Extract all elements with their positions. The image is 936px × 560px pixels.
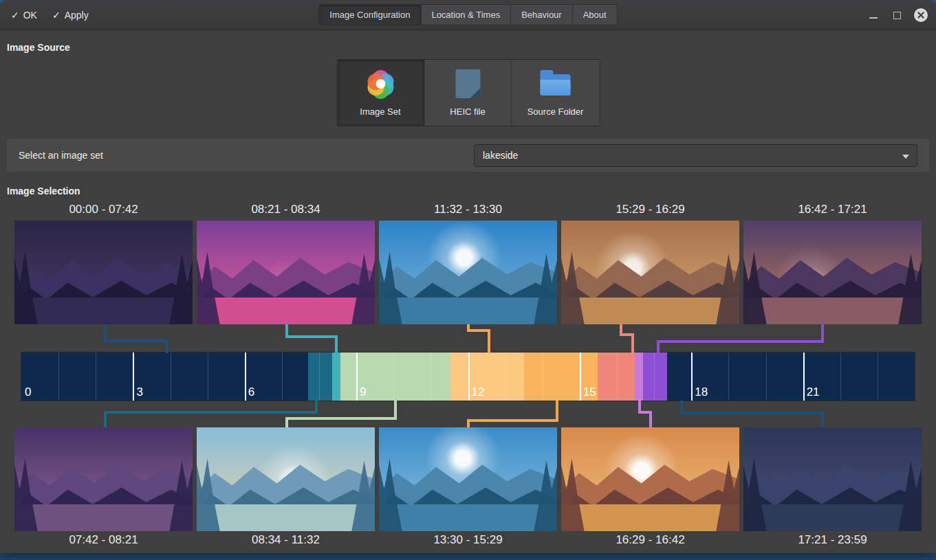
time-range-label: 08:34 - 11:32: [197, 533, 375, 547]
image-source-section-title: Image Source: [7, 42, 70, 53]
hour-tick: [208, 352, 208, 401]
time-range-label: 11:32 - 13:30: [379, 203, 557, 216]
check-icon: ✓: [52, 10, 61, 21]
hour-tick: [728, 352, 729, 401]
hour-tick: [393, 352, 394, 401]
hour-tick: [58, 352, 59, 401]
image-set-dropdown[interactable]: lakeside: [474, 144, 917, 167]
lake-water: [197, 504, 375, 531]
source-type-group: Image Set HEIC file Source Folder: [336, 59, 600, 126]
timeline-track[interactable]: 036912151821: [21, 352, 915, 401]
check-icon: ✓: [11, 10, 19, 21]
lake-water: [561, 504, 739, 531]
app-window: ✓ OK ✓ Apply Image Configuration Locatio…: [0, 0, 936, 553]
tab-about[interactable]: About: [573, 4, 618, 25]
tab-image-configuration[interactable]: Image Configuration: [318, 4, 421, 25]
header-tabs: Image Configuration Location & Times Beh…: [318, 4, 617, 25]
hour-tick: [171, 352, 171, 401]
hour-tick: [505, 352, 506, 401]
hour-label: 9: [356, 385, 366, 399]
hour-tick: [96, 352, 96, 401]
dropdown-caret-icon: [902, 155, 909, 159]
image-selection-section-title: Image Selection: [7, 186, 80, 197]
hour-label: 6: [245, 385, 254, 399]
wallpaper-thumbnail-morning[interactable]: [197, 427, 375, 531]
bottom-time-labels: 07:42 - 08:21 08:34 - 11:32 13:30 - 15:2…: [0, 533, 936, 547]
lake-water: [379, 298, 557, 324]
apply-button-label: Apply: [65, 10, 89, 21]
source-type-label: Source Folder: [527, 107, 584, 117]
time-range-label: 00:00 - 07:42: [14, 203, 193, 216]
lake-water: [197, 298, 375, 324]
wallpaper-thumbnail-afternoon[interactable]: [561, 221, 739, 324]
minimize-icon[interactable]: [867, 9, 880, 21]
hour-tick: [543, 352, 543, 401]
tab-behaviour[interactable]: Behaviour: [511, 4, 573, 25]
image-set-dropdown-value: lakeside: [475, 150, 518, 161]
hour-label: 12: [468, 385, 485, 399]
hour-label: 18: [691, 385, 708, 399]
time-range-label: 08:21 - 08:34: [197, 203, 375, 216]
time-range-label: 15:29 - 16:29: [561, 203, 739, 216]
hour-tick: [654, 352, 655, 401]
hour-label: 21: [803, 385, 820, 399]
ok-button[interactable]: ✓ OK: [11, 10, 37, 21]
wallpaper-thumbnail-dawn[interactable]: [14, 427, 193, 531]
timeline-segment[interactable]: [332, 352, 340, 401]
hour-tick: [431, 352, 431, 401]
wallpaper-thumbnail-evening[interactable]: [743, 427, 922, 531]
time-range-label: 17:21 - 23:59: [743, 533, 922, 547]
timeline-segment[interactable]: [21, 352, 308, 401]
wallpaper-thumbnail-midday[interactable]: [379, 221, 557, 324]
timeline-segment[interactable]: [635, 352, 643, 401]
hour-tick: [878, 352, 878, 401]
hour-label: 3: [133, 385, 142, 399]
close-icon[interactable]: [914, 8, 928, 22]
top-time-labels: 00:00 - 07:42 08:21 - 08:34 11:32 - 13:3…: [0, 203, 936, 216]
lake-water: [743, 298, 922, 324]
hour-tick: [282, 352, 283, 401]
hour-tick: [319, 352, 320, 401]
lake-water: [379, 504, 557, 531]
window-controls: [867, 8, 936, 22]
wallpaper-thumbnail-sunrise[interactable]: [197, 221, 375, 324]
time-range-label: 13:30 - 15:29: [379, 533, 557, 547]
time-range-label: 16:42 - 17:21: [743, 203, 922, 216]
ok-button-label: OK: [23, 10, 37, 21]
timeline-segment[interactable]: [643, 352, 667, 401]
hour-tick: [617, 352, 618, 401]
bottom-thumbnail-row: [0, 427, 936, 531]
image-set-select-row: Select an image set lakeside: [7, 139, 929, 172]
select-image-set-label: Select an image set: [19, 150, 103, 161]
heic-file-icon: [452, 69, 483, 100]
lake-water: [14, 504, 193, 531]
maximize-icon[interactable]: [891, 9, 903, 21]
source-type-source-folder[interactable]: Source Folder: [512, 60, 599, 126]
wallpaper-thumbnail-dusk[interactable]: [743, 221, 922, 324]
timeline-segment[interactable]: [308, 352, 332, 401]
hour-tick: [766, 352, 767, 401]
timeline-segment[interactable]: [450, 352, 524, 401]
titlebar: ✓ OK ✓ Apply Image Configuration Locatio…: [0, 0, 936, 30]
source-type-label: HEIC file: [450, 107, 485, 117]
hour-label: 15: [580, 385, 596, 399]
time-range-label: 16:29 - 16:42: [561, 533, 739, 547]
top-thumbnail-row: [0, 221, 936, 324]
timeline-segment[interactable]: [598, 352, 635, 401]
folder-icon: [540, 69, 572, 100]
lake-water: [561, 298, 739, 324]
hour-tick: [840, 352, 841, 401]
time-range-label: 07:42 - 08:21: [14, 533, 193, 547]
wallpaper-thumbnail-night[interactable]: [14, 221, 193, 324]
titlebar-actions: ✓ OK ✓ Apply: [0, 10, 89, 21]
main-content: Image Source Image Set HEIC file Source …: [0, 30, 936, 553]
apply-button[interactable]: ✓ Apply: [52, 10, 89, 21]
tab-location-times[interactable]: Location & Times: [421, 4, 511, 25]
wallpaper-thumbnail-early-afternoon[interactable]: [379, 427, 557, 531]
source-type-heic-file[interactable]: HEIC file: [424, 60, 512, 126]
wallpaper-thumbnail-sunset[interactable]: [561, 427, 739, 531]
source-type-label: Image Set: [360, 107, 400, 117]
source-type-image-set[interactable]: Image Set: [337, 60, 424, 126]
hour-label: 0: [21, 385, 31, 399]
lake-water: [743, 504, 922, 531]
